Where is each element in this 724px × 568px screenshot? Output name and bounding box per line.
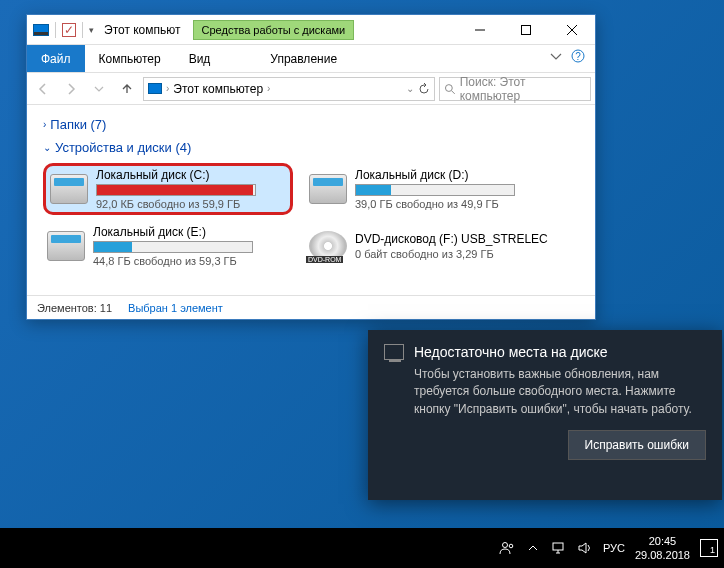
drive-capacity-bar (96, 184, 256, 196)
computer-icon (148, 83, 162, 94)
notification-body: Чтобы установить важные обновления, нам … (414, 366, 706, 418)
low-disk-space-notification[interactable]: Недостаточно места на диске Чтобы устано… (368, 330, 722, 500)
close-button[interactable] (549, 15, 595, 45)
nav-forward-button[interactable] (59, 77, 83, 101)
drive-free-text: 0 байт свободно из 3,29 ГБ (355, 248, 551, 260)
drive-name: Локальный диск (E:) (93, 225, 289, 239)
properties-icon[interactable]: ✓ (62, 23, 76, 37)
tab-manage[interactable]: Управление (256, 45, 351, 72)
people-icon[interactable] (499, 540, 515, 556)
search-input[interactable]: Поиск: Этот компьютер (439, 77, 591, 101)
breadcrumb-segment[interactable]: Этот компьютер (173, 82, 263, 96)
search-icon (444, 83, 456, 95)
clock-time: 20:45 (635, 534, 690, 548)
clock[interactable]: 20:45 29.08.2018 (635, 534, 690, 563)
drive-item[interactable]: Локальный диск (D:)39,0 ГБ свободно из 4… (305, 163, 555, 215)
drives-grid: Локальный диск (C:)92,0 КБ свободно из 5… (43, 163, 579, 271)
drive-name: DVD-дисковод (F:) USB_STRELEC (355, 232, 551, 246)
svg-point-8 (502, 543, 507, 548)
clock-date: 29.08.2018 (635, 548, 690, 562)
chevron-right-icon[interactable]: › (267, 83, 270, 94)
section-devices[interactable]: ⌄ Устройства и диски (4) (43, 140, 579, 155)
monitor-icon (384, 344, 404, 360)
action-center-icon[interactable] (700, 539, 718, 557)
window-title: Этот компьют (104, 23, 181, 37)
drive-info: Локальный диск (E:)44,8 ГБ свободно из 5… (93, 225, 289, 267)
hard-drive-icon (50, 174, 88, 204)
drive-capacity-bar (355, 184, 515, 196)
tab-file[interactable]: Файл (27, 45, 85, 72)
ribbon-tabs: Файл Компьютер Вид Управление ? (27, 45, 595, 73)
notification-title: Недостаточно места на диске (414, 344, 608, 360)
svg-rect-1 (522, 25, 531, 34)
drive-free-text: 44,8 ГБ свободно из 59,3 ГБ (93, 255, 289, 267)
hard-drive-icon (309, 174, 347, 204)
ribbon-expand-help[interactable]: ? (539, 45, 595, 72)
nav-up-button[interactable] (115, 77, 139, 101)
drive-item[interactable]: Локальный диск (E:)44,8 ГБ свободно из 5… (43, 221, 293, 271)
section-folders[interactable]: › Папки (7) (43, 117, 579, 132)
search-placeholder: Поиск: Этот компьютер (460, 75, 586, 103)
explorer-window: ✓ ▾ Этот компьют Средства работы с диска… (26, 14, 596, 320)
contextual-tab-drive-tools[interactable]: Средства работы с дисками (193, 20, 355, 40)
section-label: Папки (50, 117, 87, 132)
address-bar-row: › Этот компьютер › ⌄ Поиск: Этот компьют… (27, 73, 595, 105)
tab-view[interactable]: Вид (175, 45, 225, 72)
address-bar[interactable]: › Этот компьютер › ⌄ (143, 77, 435, 101)
drive-name: Локальный диск (C:) (96, 168, 286, 182)
chevron-right-icon: › (43, 119, 46, 130)
fix-errors-button[interactable]: Исправить ошибки (568, 430, 706, 460)
nav-recent-dropdown[interactable] (87, 77, 111, 101)
drive-free-text: 92,0 КБ свободно из 59,9 ГБ (96, 198, 286, 210)
status-selection: Выбран 1 элемент (128, 302, 223, 314)
hard-drive-icon (47, 231, 85, 261)
svg-point-6 (445, 84, 452, 91)
dvd-drive-icon (309, 231, 347, 261)
drive-info: DVD-дисковод (F:) USB_STRELEC0 байт своб… (355, 232, 551, 260)
maximize-button[interactable] (503, 15, 549, 45)
drive-item[interactable]: DVD-дисковод (F:) USB_STRELEC0 байт своб… (305, 221, 555, 271)
separator (55, 22, 56, 38)
drive-free-text: 39,0 ГБ свободно из 49,9 ГБ (355, 198, 551, 210)
drive-info: Локальный диск (C:)92,0 КБ свободно из 5… (96, 168, 286, 210)
titlebar[interactable]: ✓ ▾ Этот компьют Средства работы с диска… (27, 15, 595, 45)
svg-line-7 (452, 90, 455, 93)
svg-text:?: ? (575, 51, 581, 62)
minimize-button[interactable] (457, 15, 503, 45)
status-item-count: Элементов: 11 (37, 302, 112, 314)
chevron-right-icon[interactable]: › (166, 83, 169, 94)
nav-back-button[interactable] (31, 77, 55, 101)
drive-name: Локальный диск (D:) (355, 168, 551, 182)
section-count: (7) (91, 117, 107, 132)
separator (82, 22, 83, 38)
quick-access-toolbar: ✓ ▾ Этот компьют Средства работы с диска… (27, 20, 354, 40)
tray-overflow-icon[interactable] (525, 540, 541, 556)
drive-capacity-bar (93, 241, 253, 253)
drive-info: Локальный диск (D:)39,0 ГБ свободно из 4… (355, 168, 551, 210)
chevron-down-icon: ⌄ (43, 142, 51, 153)
drive-item[interactable]: Локальный диск (C:)92,0 КБ свободно из 5… (43, 163, 293, 215)
refresh-icon[interactable] (418, 83, 430, 95)
status-bar: Элементов: 11 Выбран 1 элемент (27, 295, 595, 319)
language-indicator[interactable]: РУС (603, 542, 625, 554)
section-label: Устройства и диски (55, 140, 172, 155)
section-count: (4) (175, 140, 191, 155)
svg-rect-10 (553, 543, 563, 550)
tab-computer[interactable]: Компьютер (85, 45, 175, 72)
window-controls (457, 15, 595, 45)
svg-point-9 (509, 544, 513, 548)
computer-icon (33, 24, 49, 36)
system-tray: РУС 20:45 29.08.2018 (499, 534, 724, 563)
volume-icon[interactable] (577, 540, 593, 556)
network-icon[interactable] (551, 540, 567, 556)
qat-dropdown[interactable]: ▾ (89, 25, 94, 35)
content-pane: › Папки (7) ⌄ Устройства и диски (4) Лок… (27, 105, 595, 295)
address-dropdown[interactable]: ⌄ (406, 83, 414, 95)
taskbar: РУС 20:45 29.08.2018 (0, 528, 724, 568)
